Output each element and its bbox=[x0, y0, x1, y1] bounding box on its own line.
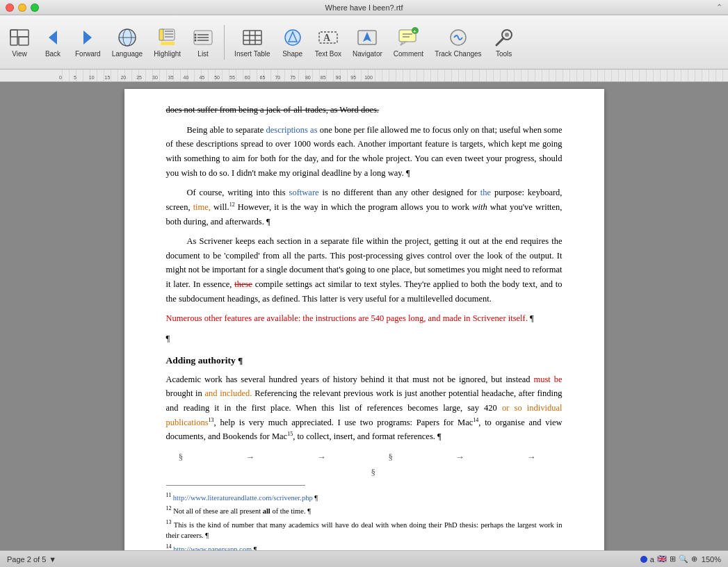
toolbar-language[interactable]: Language bbox=[108, 19, 147, 66]
toolbar-view[interactable]: View bbox=[4, 19, 35, 66]
fn-12-all: all bbox=[263, 507, 270, 515]
statusbar: Page 2 of 5 ▼ a 🇬🇧 ⊞ 🔍 ⊕ 150% bbox=[0, 550, 728, 567]
forward-label: Forward bbox=[75, 50, 101, 58]
text-must-be: must be bbox=[533, 375, 562, 384]
toolbar-comment[interactable]: + Comment bbox=[389, 19, 428, 66]
list-icon bbox=[192, 26, 214, 49]
text-these: these bbox=[234, 279, 252, 289]
highlight-icon bbox=[156, 26, 179, 49]
footnote-ref-15: 15 bbox=[287, 431, 293, 437]
footnote-11: 11 http://www.literatureandlatte.com/scr… bbox=[166, 491, 563, 503]
svg-marker-4 bbox=[83, 31, 92, 44]
comment-label: Comment bbox=[394, 50, 423, 58]
svg-text:A: A bbox=[323, 33, 331, 43]
insert-table-icon bbox=[241, 26, 264, 49]
back-label: Back bbox=[45, 50, 60, 58]
status-right: a 🇬🇧 ⊞ 🔍 ⊕ 150% bbox=[640, 554, 721, 564]
toolbar-forward[interactable]: Forward bbox=[71, 19, 105, 66]
navigator-label: Navigator bbox=[353, 50, 382, 58]
track-changes-icon bbox=[447, 26, 469, 49]
list-label: List bbox=[197, 50, 209, 58]
svg-rect-2 bbox=[19, 37, 29, 45]
close-button[interactable] bbox=[6, 3, 14, 12]
shape-icon bbox=[282, 26, 304, 49]
toolbar-track-changes[interactable]: Track Changes bbox=[430, 19, 485, 66]
collapse-icon[interactable]: ⌃ bbox=[716, 3, 722, 12]
status-icons: a 🇬🇧 ⊞ 🔍 ⊕ bbox=[640, 554, 697, 564]
svg-rect-0 bbox=[10, 30, 17, 45]
red-paragraph: Numerous other features are available: t… bbox=[166, 313, 528, 323]
fn-num-13: 13 bbox=[166, 519, 172, 525]
svg-point-20 bbox=[195, 40, 197, 42]
text-time: time, bbox=[193, 202, 211, 212]
svg-point-18 bbox=[195, 34, 197, 36]
link-software[interactable]: software bbox=[289, 188, 319, 197]
status-icon-flag: 🇬🇧 bbox=[657, 554, 667, 564]
footnote-ref-14: 14 bbox=[473, 417, 478, 423]
document-container[interactable]: does not suffer from being a jack-of-all… bbox=[0, 82, 728, 550]
link-the[interactable]: the bbox=[480, 188, 491, 197]
fn-num-11: 11 bbox=[166, 492, 172, 498]
page-content: does not suffer from being a jack-of-all… bbox=[166, 103, 563, 550]
toolbar-back[interactable]: Back bbox=[38, 19, 68, 66]
text-and-included: and included. bbox=[205, 388, 252, 398]
svg-line-41 bbox=[496, 38, 503, 45]
status-wifi: ⊕ bbox=[691, 554, 697, 564]
ruler: 0 5 10 15 20 25 30 35 40 45 50 55 60 65 … bbox=[0, 69, 728, 82]
toolbar-insert-table[interactable]: Insert Table bbox=[230, 19, 275, 66]
text-box-label: Text Box bbox=[315, 50, 341, 58]
paragraph-1: does not suffer from being a jack-of-all… bbox=[166, 103, 563, 117]
link-descriptions[interactable]: descriptions as bbox=[266, 125, 318, 135]
footnotes-section: 11 http://www.literatureandlatte.com/scr… bbox=[166, 491, 563, 550]
fn-num-12: 12 bbox=[166, 505, 172, 511]
svg-rect-1 bbox=[10, 30, 29, 37]
footnote-12: 12 Not all of these are all present all … bbox=[166, 504, 563, 516]
toolbar-highlight[interactable]: Highlight bbox=[149, 19, 185, 66]
status-left: Page 2 of 5 ▼ bbox=[7, 555, 56, 564]
footnote-ref-12: 12 bbox=[229, 202, 235, 208]
footnote-divider bbox=[166, 485, 305, 486]
view-icon bbox=[8, 26, 31, 49]
fn-link-14[interactable]: http://www.papersapp.com bbox=[173, 545, 252, 550]
footnote-13: 13 This is the kind of number that many … bbox=[166, 518, 563, 541]
status-icon-grid: ⊞ bbox=[670, 554, 676, 564]
maximize-button[interactable] bbox=[31, 3, 39, 12]
text-with: with bbox=[472, 202, 487, 212]
document-page: does not suffer from being a jack-of-all… bbox=[124, 89, 604, 550]
shape-label: Shape bbox=[282, 50, 302, 58]
minimize-button[interactable] bbox=[18, 3, 26, 12]
view-label: View bbox=[12, 50, 27, 58]
svg-rect-13 bbox=[161, 42, 175, 45]
toolbar-shape[interactable]: Shape bbox=[277, 19, 308, 66]
separator-symbols: § → → § → → § bbox=[166, 450, 563, 479]
status-dot-blue bbox=[640, 556, 647, 563]
status-icon-search: 🔍 bbox=[679, 554, 688, 564]
toolbar-list[interactable]: List bbox=[188, 19, 218, 66]
svg-rect-21 bbox=[243, 31, 261, 44]
titlebar: Where have I been?.rtf ⌃ bbox=[0, 0, 728, 15]
paragraph-4: As Scrivener keeps each section in a sep… bbox=[166, 234, 563, 306]
status-icon-a: a bbox=[650, 555, 654, 564]
tools-label: Tools bbox=[496, 50, 512, 58]
track-changes-label: Track Changes bbox=[435, 50, 481, 58]
paragraph-5: Numerous other features are available: t… bbox=[166, 311, 563, 326]
toolbar-text-box[interactable]: A Text Box bbox=[311, 19, 346, 66]
footnote-ref-13: 13 bbox=[209, 417, 214, 423]
text-or-so: or so individual publications bbox=[166, 403, 563, 427]
paragraph-2: Being able to separate descriptions as o… bbox=[166, 123, 563, 181]
toolbar: View Back Forward Language bbox=[0, 15, 728, 69]
window-controls bbox=[6, 3, 39, 12]
toolbar-separator-1 bbox=[224, 25, 225, 60]
navigator-icon bbox=[356, 26, 378, 49]
svg-rect-9 bbox=[159, 29, 163, 40]
paragraph-6: Academic work has several hundred years … bbox=[166, 372, 563, 444]
toolbar-navigator[interactable]: Navigator bbox=[348, 19, 387, 66]
language-label: Language bbox=[112, 50, 143, 58]
comment-icon: + bbox=[397, 26, 419, 49]
fn-num-14: 14 bbox=[166, 543, 172, 550]
page-info: Page 2 of 5 bbox=[7, 555, 46, 564]
toolbar-tools[interactable]: Tools bbox=[489, 19, 519, 66]
fn-link-11[interactable]: http://www.literatureandlatte.com/scrive… bbox=[173, 494, 313, 502]
highlight-label: Highlight bbox=[154, 50, 181, 58]
zoom-level: 150% bbox=[702, 555, 721, 564]
